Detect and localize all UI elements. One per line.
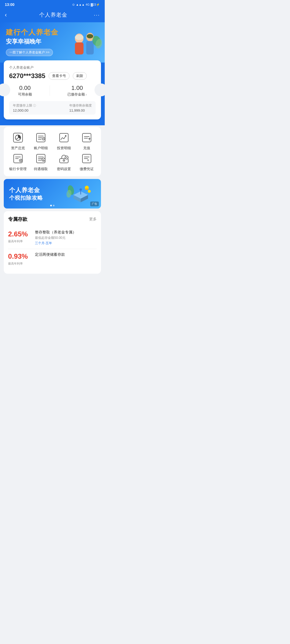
deposit-min-1: 最低起存金额50.00元 — [35, 236, 97, 240]
status-time: 13:00 — [5, 2, 15, 7]
recharge-icon — [81, 132, 93, 144]
deposit-period-1: 三个月-五年 — [35, 241, 97, 246]
ad-title-line1: 个人养老金 — [9, 186, 43, 194]
menu-label-recharge: 充值 — [83, 146, 90, 151]
remaining-quota-label: 年缴存剩余额度 — [69, 103, 92, 108]
ad-title-line2: 个税扣除攻略 — [9, 194, 43, 202]
limit-row: 年度缴存上限 ⓘ 12,000.00 年缴存剩余额度 11,999.00 — [9, 101, 96, 115]
svg-point-5 — [87, 34, 93, 38]
ad-dot-1 — [50, 205, 52, 206]
pie-chart-icon — [12, 132, 24, 144]
menu-item-receipt[interactable]: ¥ 缴费凭证 — [76, 153, 97, 171]
deposits-section: 专属存款 更多 2.65% 最高年利率 整存整取（养老金专属） 最低起存金额50… — [4, 211, 101, 274]
refresh-button[interactable]: 刷新 — [73, 72, 87, 80]
bank-card-icon — [12, 153, 24, 164]
svg-point-48 — [88, 190, 91, 193]
deposited-amount: 1.00 — [67, 85, 87, 92]
deposit-rate-label-1: 最高年利率 — [8, 239, 32, 243]
account-number-row: 6270***3385 查看卡号 刷新 — [9, 72, 96, 80]
menu-label-account: 账户明细 — [34, 146, 48, 151]
menu-item-asset-overview[interactable]: 资产总览 — [7, 132, 29, 151]
banner-illustration — [67, 28, 102, 63]
menu-label-asset: 资产总览 — [11, 146, 25, 151]
menu-item-account-detail[interactable]: 账户明细 — [30, 132, 52, 151]
nav-bar: ‹ 个人养老金 ··· — [0, 9, 105, 22]
annual-limit: 年度缴存上限 ⓘ 12,000.00 — [13, 103, 36, 112]
banner-link[interactable]: 一图了解个人养老金账户 >> — [6, 49, 53, 56]
ad-text: 个人养老金 个税扣除攻略 — [9, 186, 43, 202]
menu-item-benefit[interactable]: 待遇领取 — [30, 153, 52, 171]
ad-banner[interactable]: 个人养老金 个税扣除攻略 广告 — [4, 179, 101, 208]
account-label: 个人养老金账户 — [9, 65, 96, 70]
deposit-item-1[interactable]: 2.65% 最高年利率 整存整取（养老金专属） 最低起存金额50.00元 三个月… — [8, 227, 97, 249]
menu-grid: 资产总览 账户明细 — [4, 127, 101, 176]
deposited-balance: 1.00 已缴存金额 › — [67, 85, 87, 97]
menu-label-password: 密码设置 — [57, 167, 71, 171]
svg-rect-4 — [86, 41, 94, 54]
hero-banner: 建行个人养老金 安享幸福晚年 一图了解个人养老金账户 >> — [0, 22, 105, 63]
deposit-info-1: 整存整取（养老金专属） 最低起存金额50.00元 三个月-五年 — [35, 230, 97, 246]
deposited-arrow[interactable]: › — [85, 92, 87, 97]
svg-point-28 — [20, 160, 21, 161]
svg-point-2 — [75, 35, 84, 40]
available-label: 可用余额 — [18, 92, 32, 97]
more-button[interactable]: 更多 — [89, 217, 97, 222]
svg-text:¥: ¥ — [87, 159, 89, 162]
menu-item-password[interactable]: 密码设置 — [53, 153, 75, 171]
svg-rect-19 — [82, 133, 91, 142]
info-icon[interactable]: ⓘ — [33, 104, 36, 107]
card-notch-right — [95, 83, 105, 96]
menu-label-investment: 投资明细 — [57, 146, 71, 151]
svg-rect-1 — [75, 42, 84, 54]
available-balance: 0.00 可用余额 — [18, 85, 32, 97]
ad-badge: 广告 — [90, 202, 99, 206]
svg-rect-18 — [60, 133, 68, 142]
benefit-icon — [35, 153, 47, 164]
deposit-item-2[interactable]: 0.93% 最高年利率 定活两便储蓄存款 — [8, 249, 97, 269]
receipt-icon: ¥ — [81, 153, 93, 164]
menu-row-1: 资产总览 账户明细 — [6, 132, 98, 151]
deposit-rate-1: 2.65% — [8, 230, 32, 238]
balance-row: 0.00 可用余额 1.00 已缴存金额 › — [9, 85, 96, 97]
card-notch-left — [0, 83, 10, 96]
deposit-info-2: 定活两便储蓄存款 — [35, 252, 97, 257]
svg-point-49 — [79, 188, 82, 191]
section-title: 专属存款 — [8, 216, 27, 222]
section-header: 专属存款 更多 — [8, 216, 97, 222]
deposit-rate-block-2: 0.93% 最高年利率 — [8, 252, 32, 266]
couple-svg — [67, 28, 102, 63]
ad-dot-2 — [53, 205, 55, 206]
remaining-quota: 年缴存剩余额度 11,999.00 — [69, 103, 92, 112]
deposit-rate-2: 0.93% — [8, 252, 32, 261]
deposited-label: 已缴存金额 › — [67, 92, 87, 97]
more-button[interactable]: ··· — [94, 12, 100, 18]
signal-icon-2: 4G — [86, 3, 90, 6]
investment-icon — [58, 132, 70, 144]
svg-point-35 — [63, 160, 65, 161]
page-title: 个人养老金 — [39, 11, 67, 19]
account-card: 个人养老金账户 6270***3385 查看卡号 刷新 0.00 可用余额 1.… — [4, 60, 101, 119]
menu-item-bank-card[interactable]: 银行卡管理 — [7, 153, 29, 171]
menu-label-receipt: 缴费凭证 — [80, 167, 94, 171]
deposit-rate-label-2: 最高年利率 — [8, 262, 32, 266]
menu-label-benefit: 待遇领取 — [34, 167, 48, 171]
menu-item-recharge[interactable]: 充值 — [76, 132, 97, 151]
view-card-button[interactable]: 查看卡号 — [49, 72, 70, 80]
annual-limit-label: 年度缴存上限 ⓘ — [13, 103, 36, 108]
back-button[interactable]: ‹ — [5, 12, 13, 19]
status-bar: 13:00 ⊙ ▲▲▲ 4G ▓23⚡ — [0, 0, 105, 9]
balance-divider — [50, 86, 50, 96]
password-icon — [58, 153, 70, 164]
svg-point-10 — [17, 138, 18, 139]
account-number: 6270***3385 — [9, 72, 45, 80]
menu-row-2: 银行卡管理 待遇领取 — [6, 153, 98, 171]
ad-dots — [50, 205, 55, 206]
remaining-quota-value: 11,999.00 — [69, 108, 92, 112]
menu-label-bankcard: 银行卡管理 — [9, 167, 27, 171]
ad-svg — [66, 182, 93, 206]
deposit-name-2: 定活两便储蓄存款 — [35, 252, 97, 257]
deposit-rate-block-1: 2.65% 最高年利率 — [8, 230, 32, 243]
battery-icon: ▓23⚡ — [91, 3, 100, 6]
annual-limit-value: 12,000.00 — [13, 108, 36, 112]
menu-item-investment[interactable]: 投资明细 — [53, 132, 75, 151]
